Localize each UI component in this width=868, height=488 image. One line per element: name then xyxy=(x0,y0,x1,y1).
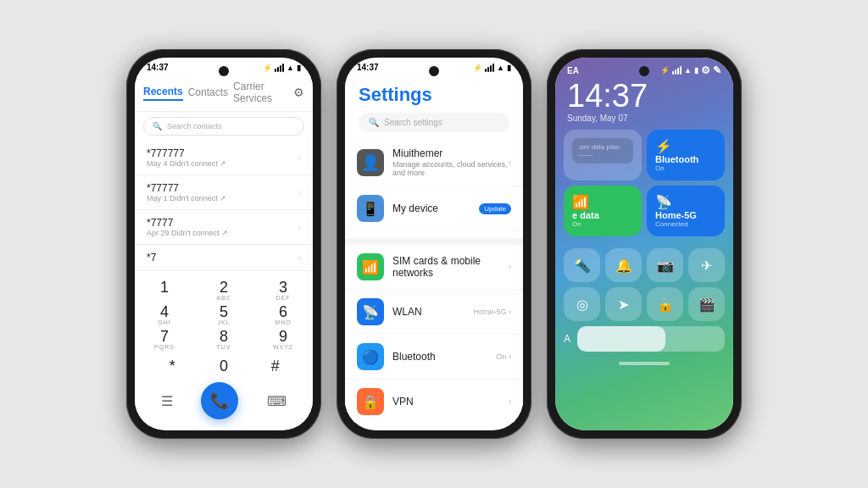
recent-date-3: Apr 29 Didn't connect ↗ xyxy=(147,229,228,237)
recents-list: *777777 May 4 Didn't connect ↗ › *77777 … xyxy=(135,141,313,271)
control-center-content: EA ⚡ ▲ ▮ ⚙ ✎ 14:37 Sunday, May 07 xyxy=(555,58,733,430)
brightness-slider[interactable] xyxy=(577,326,725,352)
dialpad-bottom-row: * 0 # xyxy=(135,353,313,377)
key-3[interactable]: 3DEF xyxy=(263,280,303,301)
menu-icon[interactable]: ☰ xyxy=(161,393,173,409)
miuithemer-subtitle: Manage accounts, cloud services, and mor… xyxy=(392,160,509,177)
key-hash[interactable]: # xyxy=(255,358,296,374)
key-star[interactable]: * xyxy=(152,358,192,374)
dialpad-row-1: 1 2ABC 3DEF xyxy=(135,280,313,301)
cc-small-row-2: ◎ ➤ 🔒 🎬 xyxy=(555,287,733,321)
bluetooth-icon-2: ⚡ xyxy=(473,64,482,72)
wifi-tile-icon: 📡 xyxy=(655,194,716,210)
key-6[interactable]: 6MNO xyxy=(263,304,303,325)
data-tile-name: e data xyxy=(572,210,633,220)
cc-tile-camera[interactable]: 📷 xyxy=(647,248,683,282)
settings-item-wlan[interactable]: 📡 WLAN Home-5G › xyxy=(345,290,523,335)
battery-icon-2: ▮ xyxy=(507,64,511,72)
chevron-right-icon-2: › xyxy=(298,188,301,197)
recent-item-2[interactable]: *77777 May 1 Didn't connect ↗ › xyxy=(135,175,313,210)
key-5[interactable]: 5JKL xyxy=(203,304,244,325)
cc-tile-location[interactable]: ➤ xyxy=(605,287,642,321)
search-icon-2: 🔍 xyxy=(369,118,379,127)
wifi-tile-sub: Connected xyxy=(655,220,716,228)
data-tile-icon: 📶 xyxy=(572,194,633,210)
brightness-control: A xyxy=(555,326,733,352)
cc-tile-bluetooth[interactable]: ⚡ Bluetooth On xyxy=(647,130,725,180)
signal-bars-3 xyxy=(672,66,682,75)
recent-item-4[interactable]: *7 › xyxy=(135,245,313,271)
key-9[interactable]: 9WXYZ xyxy=(263,329,303,350)
settings-search-bar[interactable]: 🔍 Search settings xyxy=(359,113,509,132)
home-indicator xyxy=(555,357,733,369)
settings-list: 👤 Miuithemer Manage accounts, cloud serv… xyxy=(345,139,523,423)
tab-recents[interactable]: Recents xyxy=(143,84,183,101)
settings-item-sim[interactable]: 📶 SIM cards & mobile networks › xyxy=(345,245,523,290)
status-icons-phone3: ⚡ ▲ ▮ ⚙ ✎ xyxy=(660,64,721,76)
wlan-right: Home-5G › xyxy=(473,308,511,316)
wifi-icon: ▲ xyxy=(287,64,294,72)
key-2[interactable]: 2ABC xyxy=(203,280,244,301)
update-badge: Update xyxy=(479,203,511,214)
cc-tile-lock[interactable]: 🔒 xyxy=(647,287,683,321)
tab-carrier-services[interactable]: Carrier Services xyxy=(233,79,288,106)
settings-item-mydevice[interactable]: 📱 My device Update xyxy=(345,186,523,231)
search-contacts-bar[interactable]: 🔍 Search contacts xyxy=(143,117,304,136)
cc-tile-bell[interactable]: 🔔 xyxy=(605,248,642,282)
settings-item-miuithemer[interactable]: 👤 Miuithemer Manage accounts, cloud serv… xyxy=(345,139,523,186)
key-4[interactable]: 4GHI xyxy=(144,304,185,325)
edit-icon[interactable]: ✎ xyxy=(713,64,721,76)
cc-tile-data[interactable]: 📶 e data On xyxy=(564,186,642,236)
key-0[interactable]: 0 xyxy=(203,358,244,374)
cc-tile-screen-record[interactable]: 🎬 xyxy=(688,287,725,321)
cc-tile-airplane[interactable]: ✈ xyxy=(688,248,725,282)
home-indicator-bar[interactable] xyxy=(619,362,670,365)
signal-bars-2 xyxy=(485,64,494,72)
miuithemer-right: › xyxy=(509,158,511,167)
settings-item-vpn[interactable]: 🔒 VPN › xyxy=(345,380,523,423)
recent-item-1[interactable]: *777777 May 4 Didn't connect ↗ › xyxy=(135,141,313,175)
search-contacts-placeholder: Search contacts xyxy=(167,122,222,130)
vpn-icon: 🔒 xyxy=(357,388,384,415)
gear-icon[interactable]: ⚙ xyxy=(293,86,304,99)
control-center-date: Sunday, May 07 xyxy=(555,112,733,130)
cc-tile-flashlight[interactable]: 🔦 xyxy=(564,248,600,282)
vpn-right: › xyxy=(509,397,511,406)
tab-contacts[interactable]: Contacts xyxy=(188,85,228,100)
cc-tile-privacy[interactable]: ◎ xyxy=(564,287,600,321)
phone-settings: 14:37 ⚡ ▲ ▮ Settings 🔍 Search settings xyxy=(337,49,531,439)
time-phone2: 14:37 xyxy=(357,63,379,72)
wifi-icon-3: ▲ xyxy=(684,66,692,75)
key-8[interactable]: 8TUV xyxy=(203,329,244,350)
punch-hole xyxy=(219,66,229,76)
dialpad-action-row: ☰ 📞 ⌨ xyxy=(135,377,313,423)
dialpad: 1 2ABC 3DEF 4GHI 5JKL 6MNO 7PQRS 8TUV 9W… xyxy=(135,274,313,426)
sim-title: SIM cards & mobile networks xyxy=(392,255,509,279)
settings-item-bluetooth[interactable]: 🔵 Bluetooth On › xyxy=(345,335,523,380)
key-7[interactable]: 7PQRS xyxy=(144,329,185,350)
battery-icon: ▮ xyxy=(297,64,301,72)
chevron-right-icon-4: › xyxy=(298,253,301,263)
search-settings-placeholder: Search settings xyxy=(384,118,442,127)
key-1[interactable]: 1 xyxy=(144,280,185,301)
call-button[interactable]: 📞 xyxy=(201,382,238,419)
recent-date-1: May 4 Didn't connect ↗ xyxy=(147,159,226,168)
miuithemer-icon: 👤 xyxy=(357,149,384,176)
cc-tile-wifi[interactable]: 📡 Home-5G Connected xyxy=(647,186,725,236)
miuithemer-title: Miuithemer xyxy=(392,147,509,159)
status-icons-phone2: ⚡ ▲ ▮ xyxy=(473,64,511,72)
chevron-right-icon-3: › xyxy=(298,223,301,232)
cc-tile-network[interactable]: sim data plan —— xyxy=(564,130,642,180)
dialpad-icon[interactable]: ⌨ xyxy=(267,393,287,409)
bluetooth-tile-sub: On xyxy=(655,164,716,172)
sim-icon: 📶 xyxy=(357,253,384,280)
recent-number-4: *7 xyxy=(147,252,156,263)
recent-item-3[interactable]: *7777 Apr 29 Didn't connect ↗ › xyxy=(135,210,313,245)
brightness-label: A xyxy=(564,333,570,345)
time-phone1: 14:37 xyxy=(147,63,169,72)
network-info: sim data plan —— xyxy=(572,138,633,164)
settings-icon[interactable]: ⚙ xyxy=(701,64,710,76)
cc-small-row-1: 🔦 🔔 📷 ✈ xyxy=(555,248,733,282)
recent-number-2: *77777 xyxy=(147,182,226,194)
settings-header: Settings 🔍 Search settings xyxy=(345,74,523,139)
